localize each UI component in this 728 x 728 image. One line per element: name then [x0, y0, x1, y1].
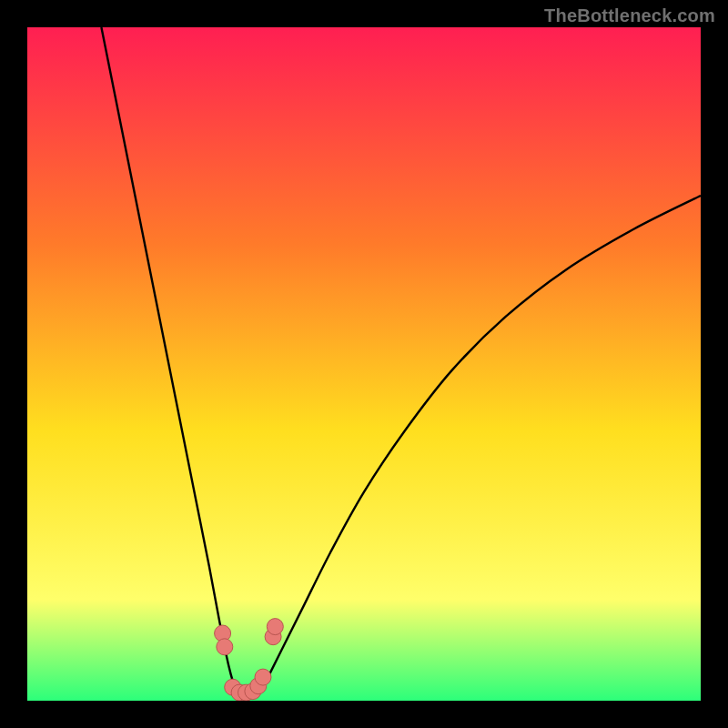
valley-marker [217, 639, 233, 655]
plot-area [27, 27, 701, 701]
valley-marker [255, 669, 271, 685]
chart-stage: TheBottleneck.com [0, 0, 728, 728]
chart-svg [27, 27, 701, 701]
gradient-background [27, 27, 701, 701]
valley-marker [267, 619, 283, 635]
watermark-text: TheBottleneck.com [544, 5, 715, 26]
